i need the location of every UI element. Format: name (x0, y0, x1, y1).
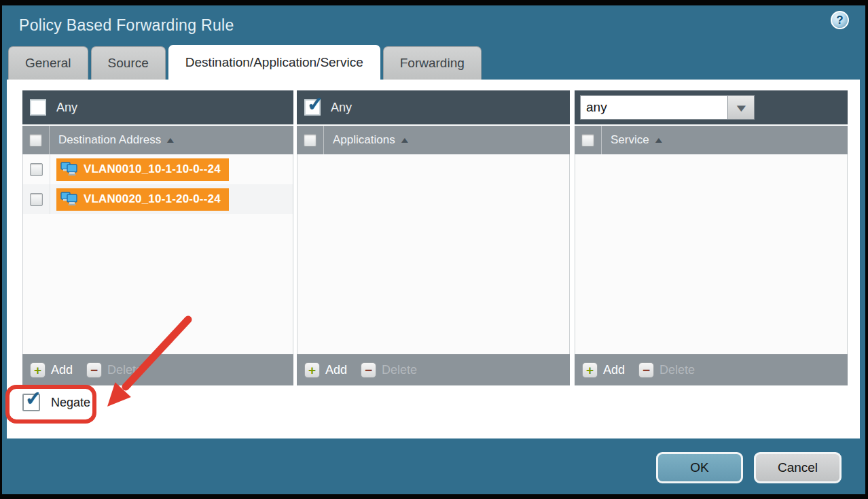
applications-select-all-checkbox[interactable] (304, 134, 317, 147)
negate-label: Negate (51, 396, 90, 410)
destination-address-list: VLAN0010_10-1-10-0--24 (22, 154, 293, 354)
network-address-icon (60, 162, 78, 177)
table-row: VLAN0020_10-1-20-0--24 (23, 184, 293, 214)
service-footer: + Add − Delete (575, 354, 848, 385)
row-checkbox[interactable] (30, 193, 43, 206)
applications-column-header: Applications ▲ (297, 126, 570, 154)
service-dropdown[interactable]: any ▼ (580, 95, 755, 120)
pbf-rule-dialog: Policy Based Forwarding Rule ? General S… (2, 5, 865, 494)
applications-footer: + Add − Delete (297, 354, 570, 385)
cancel-button[interactable]: Cancel (754, 452, 842, 483)
destination-column-header: Destination Address ▲ (22, 126, 293, 154)
add-plus-icon: + (304, 362, 320, 378)
negate-checkbox[interactable]: ✓ (22, 394, 40, 411)
service-select-all-checkbox[interactable] (581, 134, 594, 147)
destination-delete-button[interactable]: − Delete (86, 362, 143, 378)
destination-address-column: Any Destination Address ▲ (22, 90, 293, 385)
ok-button[interactable]: OK (656, 452, 743, 483)
applications-list (297, 154, 570, 354)
dialog-titlebar: Policy Based Forwarding Rule ? (2, 5, 865, 46)
add-plus-icon: + (30, 362, 46, 378)
applications-any-checkbox[interactable]: ✓ (304, 99, 321, 116)
applications-add-button[interactable]: + Add (304, 362, 347, 378)
destination-any-bar: Any (22, 90, 293, 124)
tab-source[interactable]: Source (91, 46, 166, 80)
applications-column: ✓ Any Applications ▲ + Add (297, 90, 570, 385)
service-column-header: Service ▲ (575, 126, 848, 154)
address-object-label: VLAN0010_10-1-10-0--24 (84, 162, 221, 176)
tab-forwarding[interactable]: Forwarding (383, 46, 482, 80)
table-row: VLAN0010_10-1-10-0--24 (23, 154, 293, 184)
checkmark-icon: ✓ (25, 389, 41, 409)
destination-header-label: Destination Address (58, 133, 161, 147)
destination-select-all-checkbox[interactable] (29, 134, 42, 147)
service-dropdown-button[interactable]: ▼ (728, 95, 755, 120)
delete-minus-icon: − (86, 362, 102, 378)
help-icon[interactable]: ? (831, 11, 849, 29)
tab-bar: General Source Destination/Application/S… (8, 46, 482, 80)
applications-delete-button[interactable]: − Delete (361, 362, 417, 378)
address-object-chip[interactable]: VLAN0010_10-1-10-0--24 (56, 158, 229, 181)
tab-general[interactable]: General (8, 46, 88, 80)
sort-ascending-icon[interactable]: ▲ (165, 135, 177, 145)
destination-footer: + Add − Delete (22, 354, 293, 385)
destination-any-checkbox[interactable] (30, 99, 46, 116)
service-dropdown-value[interactable]: any (580, 95, 728, 120)
sort-ascending-icon[interactable]: ▲ (653, 135, 664, 145)
service-list (575, 154, 848, 354)
destination-any-label: Any (56, 101, 77, 115)
add-plus-icon: + (582, 362, 598, 378)
network-address-icon (60, 192, 78, 207)
sort-ascending-icon[interactable]: ▲ (399, 135, 410, 145)
delete-minus-icon: − (361, 362, 376, 378)
address-object-label: VLAN0020_10-1-20-0--24 (84, 192, 221, 206)
service-header-label: Service (611, 133, 649, 147)
dialog-title: Policy Based Forwarding Rule (19, 16, 234, 35)
applications-any-label: Any (331, 101, 352, 115)
screenshot-root: Policy Based Forwarding Rule ? General S… (0, 0, 868, 499)
delete-minus-icon: − (638, 362, 654, 378)
destination-add-button[interactable]: + Add (30, 362, 73, 378)
address-object-chip[interactable]: VLAN0020_10-1-20-0--24 (56, 188, 229, 211)
chevron-down-icon: ▼ (734, 102, 748, 114)
tab-content-panel: Any Destination Address ▲ (7, 80, 860, 438)
applications-any-bar: ✓ Any (297, 90, 570, 124)
service-add-button[interactable]: + Add (582, 362, 625, 378)
applications-header-label: Applications (333, 133, 395, 147)
negate-row: ✓ Negate (22, 394, 90, 411)
service-column: any ▼ Service ▲ + Add (575, 90, 848, 385)
service-delete-button[interactable]: − Delete (638, 362, 695, 378)
service-any-bar: any ▼ (575, 90, 848, 124)
row-checkbox[interactable] (30, 163, 43, 176)
tab-destination-application-service[interactable]: Destination/Application/Service (168, 45, 380, 80)
checkmark-icon: ✓ (307, 94, 323, 114)
help-icon-glyph: ? (836, 14, 843, 27)
